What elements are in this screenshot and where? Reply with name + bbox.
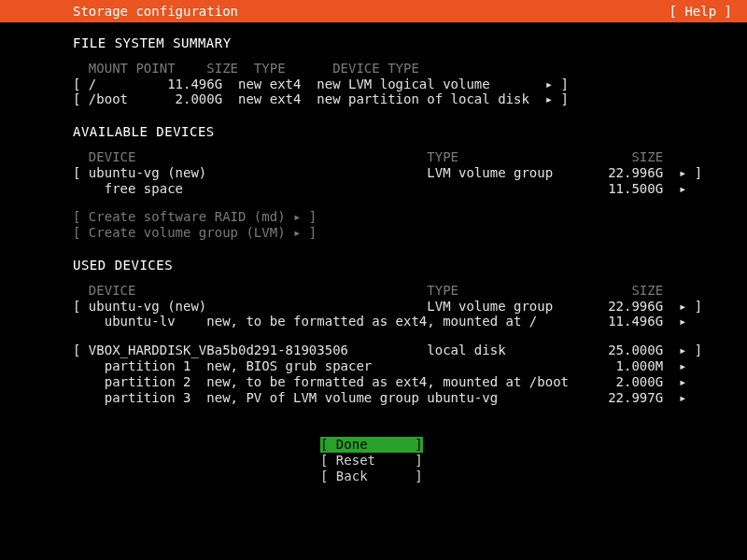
available-devices-title: AVAILABLE DEVICES (73, 124, 747, 140)
fs-summary-row[interactable]: [ /boot 2.000G new ext4 new partition of… (73, 91, 747, 107)
main-content: FILE SYSTEM SUMMARY MOUNT POINT SIZE TYP… (0, 22, 747, 484)
used-devices-title: USED DEVICES (73, 258, 747, 273)
used-partition-row[interactable]: ubuntu-lv new, to be formatted as ext4, … (73, 314, 747, 329)
reset-button[interactable]: [ Reset ] (320, 453, 423, 469)
button-bar: [ Done ] [ Reset ] [ Back ] (73, 437, 670, 483)
used-partition-row[interactable]: partition 2 new, to be formatted as ext4… (73, 374, 747, 390)
used-device-row[interactable]: [ ubuntu-vg (new) LVM volume group 22.99… (73, 299, 747, 315)
available-action[interactable]: [ Create software RAID (md) ▸ ] (73, 209, 747, 225)
page-title: Storage configuration (73, 4, 238, 20)
back-button[interactable]: [ Back ] (320, 469, 423, 484)
fs-summary-title: FILE SYSTEM SUMMARY (73, 35, 747, 51)
available-row[interactable]: [ ubuntu-vg (new) LVM volume group 22.99… (73, 165, 747, 181)
used-device-row[interactable]: [ VBOX_HARDDISK_VBa5b0d291-81903506 loca… (73, 343, 747, 358)
used-partition-row[interactable]: partition 1 new, BIOS grub spacer 1.000M… (73, 358, 747, 374)
fs-summary-row[interactable]: [ / 11.496G new ext4 new LVM logical vol… (73, 77, 747, 92)
used-partition-row[interactable]: partition 3 new, PV of LVM volume group … (73, 390, 747, 406)
available-action[interactable]: [ Create volume group (LVM) ▸ ] (73, 225, 747, 241)
available-row[interactable]: free space 11.500G ▸ (73, 181, 747, 197)
title-bar: Storage configuration [ Help ] (0, 0, 747, 22)
used-header: DEVICE TYPE SIZE (73, 283, 747, 299)
done-button[interactable]: [ Done ] (320, 437, 423, 453)
fs-summary-header: MOUNT POINT SIZE TYPE DEVICE TYPE (73, 61, 747, 77)
help-button[interactable]: [ Help ] (669, 4, 732, 20)
available-header: DEVICE TYPE SIZE (73, 149, 747, 165)
